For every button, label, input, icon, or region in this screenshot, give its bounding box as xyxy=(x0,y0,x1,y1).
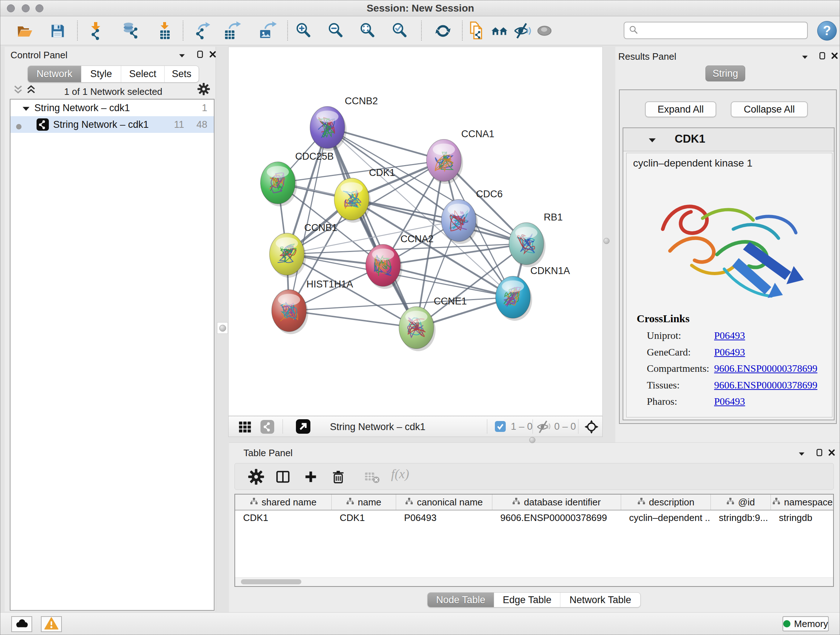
table-cell: cyclin–dependent ... xyxy=(621,512,711,524)
edge-CCNB2-CCNE1[interactable] xyxy=(327,127,416,328)
network-row[interactable]: String Network – cdk1 11 48 xyxy=(11,116,214,133)
table-row[interactable]: CDK1CDK1P064939606.ENSP00000378699cyclin… xyxy=(235,510,833,525)
add-column-icon[interactable] xyxy=(303,470,318,486)
column-header-canonical-name[interactable]: canonical name xyxy=(396,494,493,510)
traffic-light-zoom-icon[interactable] xyxy=(35,4,43,12)
results-panel-close-icon[interactable] xyxy=(830,51,839,62)
import-network-button[interactable] xyxy=(85,20,106,42)
crosslink-link[interactable]: P06493 xyxy=(714,347,745,358)
network-view-title: String Network – cdk1 xyxy=(330,421,425,432)
node-CDK1[interactable] xyxy=(334,178,371,223)
hide-eye-button[interactable] xyxy=(512,20,532,42)
node-CCNB2[interactable] xyxy=(310,106,347,151)
network-collection-row[interactable]: String Network – cdk1 1 xyxy=(11,100,214,116)
bottom-splitter-handle[interactable] xyxy=(529,437,535,443)
birdseye-grid-icon[interactable] xyxy=(238,420,253,436)
help-button[interactable]: ? xyxy=(817,21,837,41)
scrollbar-thumb[interactable] xyxy=(241,579,302,584)
column-header-name[interactable]: name xyxy=(332,494,396,510)
network-share-icon[interactable] xyxy=(261,420,274,435)
protein-section-collapse-icon[interactable] xyxy=(647,135,657,146)
search-input[interactable] xyxy=(642,25,803,36)
node-CCNE1[interactable] xyxy=(399,307,436,351)
toolbar-separator xyxy=(287,21,288,41)
tab-sets[interactable]: Sets xyxy=(164,66,199,82)
export-table-button[interactable] xyxy=(222,20,243,42)
zoom-selected-button[interactable] xyxy=(389,20,410,42)
expand-network-list-icon[interactable] xyxy=(13,84,24,97)
network-view-canvas[interactable]: CCNB2CCNA1CDC25BCDK1CDC6RB1CCNB1CCNA2CDK… xyxy=(228,47,603,416)
crosslink-link[interactable]: 9606.ENSP00000378699 xyxy=(714,379,817,391)
zoom-in-button[interactable] xyxy=(293,20,314,42)
node-CDC25B[interactable] xyxy=(261,162,297,206)
export-network-button[interactable] xyxy=(192,20,213,42)
collection-expand-icon[interactable] xyxy=(21,104,31,116)
string-documents-button[interactable] xyxy=(467,20,488,42)
window-title: Session: New Session xyxy=(0,0,840,16)
hidden-eye-icon[interactable] xyxy=(536,420,551,435)
node-CCNB1[interactable] xyxy=(270,233,306,278)
table-horizontal-scrollbar[interactable] xyxy=(235,578,833,586)
node-CCNA1[interactable] xyxy=(426,139,463,184)
crosslink-link[interactable]: 9606.ENSP00000378699 xyxy=(714,363,817,374)
search-box[interactable] xyxy=(624,22,808,39)
tab-string[interactable]: String xyxy=(706,65,745,81)
tab-network-table[interactable]: Network Table xyxy=(560,593,640,607)
table-gear-icon[interactable] xyxy=(248,469,264,486)
control-panel-close-icon[interactable] xyxy=(208,50,217,60)
cloud-button[interactable] xyxy=(11,616,32,632)
node-CDC6[interactable] xyxy=(441,200,478,244)
import-table-button[interactable] xyxy=(155,20,175,42)
node-CDKN1A[interactable] xyxy=(496,276,532,321)
tab-edge-table[interactable]: Edge Table xyxy=(494,593,560,607)
column-header-description[interactable]: description xyxy=(621,494,711,510)
tab-network[interactable]: Network xyxy=(28,66,81,82)
fit-selected-crosshair-icon[interactable] xyxy=(584,419,599,436)
show-columns-icon[interactable] xyxy=(275,469,291,486)
collapse-network-list-icon[interactable] xyxy=(26,84,36,97)
table-panel-menu-icon[interactable] xyxy=(797,449,806,459)
column-header-@id[interactable]: @id xyxy=(711,494,771,510)
column-type-icon xyxy=(250,497,258,508)
column-header-namespace[interactable]: namespace xyxy=(771,494,834,510)
zoom-out-button[interactable] xyxy=(325,20,346,42)
collapse-all-button[interactable]: Collapse All xyxy=(731,101,808,117)
results-panel-menu-icon[interactable] xyxy=(801,52,809,63)
results-panel-float-icon[interactable] xyxy=(818,51,827,62)
tab-style[interactable]: Style xyxy=(81,66,121,82)
expand-all-button[interactable]: Expand All xyxy=(645,101,716,117)
open-session-button[interactable] xyxy=(14,20,35,42)
detach-view-icon[interactable] xyxy=(296,419,310,435)
left-splitter-handle[interactable] xyxy=(217,322,228,334)
warning-button[interactable] xyxy=(41,616,62,632)
selected-checkbox-icon[interactable] xyxy=(495,421,506,433)
zoom-fit-button[interactable] xyxy=(357,20,378,42)
traffic-light-close-icon[interactable] xyxy=(7,4,15,12)
memory-button[interactable]: Memory xyxy=(783,616,829,631)
control-panel-menu-icon[interactable] xyxy=(178,51,186,61)
node-RB1[interactable] xyxy=(509,223,546,267)
houses-button[interactable] xyxy=(489,20,510,42)
refresh-button[interactable] xyxy=(432,20,453,42)
delete-column-icon[interactable] xyxy=(331,470,346,486)
crosslink-link[interactable]: P06493 xyxy=(714,396,745,407)
save-session-button[interactable] xyxy=(47,20,68,42)
node-label-CCNB2: CCNB2 xyxy=(345,96,378,106)
node-CCNA2[interactable] xyxy=(366,244,402,289)
export-image-button[interactable] xyxy=(257,20,278,42)
control-panel-float-icon[interactable] xyxy=(196,50,204,60)
traffic-light-minimize-icon[interactable] xyxy=(22,4,30,12)
crosslink-link[interactable]: P06493 xyxy=(714,330,745,341)
network-options-gear-icon[interactable] xyxy=(197,82,210,97)
eye-disabled-button[interactable] xyxy=(534,20,555,42)
node-HIST1H1A[interactable] xyxy=(272,290,308,334)
crosslink-label: Compartments: xyxy=(647,363,709,374)
column-header-database-identifier[interactable]: database identifier xyxy=(493,494,621,510)
table-panel-float-icon[interactable] xyxy=(815,448,824,458)
tab-node-table[interactable]: Node Table xyxy=(428,593,494,607)
table-panel-close-icon[interactable] xyxy=(827,448,836,458)
column-header-shared-name[interactable]: shared name xyxy=(235,494,332,510)
right-splitter-handle[interactable] xyxy=(603,238,609,244)
import-database-button[interactable] xyxy=(120,20,141,42)
tab-select[interactable]: Select xyxy=(121,66,164,82)
